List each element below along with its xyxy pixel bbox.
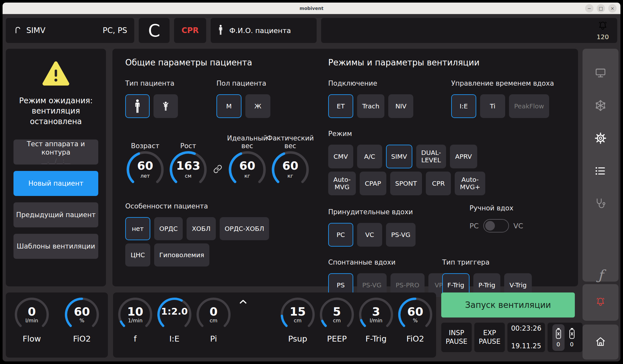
i-e-dial[interactable]: 1:2.0I:E [155,296,193,358]
stethoscope-icon[interactable] [594,198,607,210]
insp-time-peakflow-button[interactable]: PeakFlow [509,94,549,118]
dial-label: Идеальный вес [227,132,268,150]
mode-spont-button[interactable]: SPONT [390,172,422,195]
dial-label: Фактический вес [267,132,314,150]
mode-simv-button[interactable]: SIMV [386,145,412,168]
mode-auto--mvg-button[interactable]: Auto- MVG [328,172,356,195]
peep-dial[interactable]: 5cmPEEP [318,296,356,358]
device-test-date: __.__/__:__ [41,157,70,165]
chevron-up-icon[interactable] [240,299,247,305]
child-patient-button[interactable] [154,94,178,118]
manual-breath-label: Ручной вдох [469,204,523,212]
trigger-type-label: Тип триггера [442,258,532,266]
monitor-icon[interactable] [594,67,607,79]
screen: mobivent −□× SIMV PC, PS C CPR Ф.И.О. па… [0,0,623,364]
sex-м-button[interactable]: М [216,94,241,118]
insp-pause-button[interactable]: INSP PAUSE [441,323,472,352]
vent-templates-button[interactable]: Шаблоны вентиляции [13,234,98,259]
dial-value: 60 [64,306,100,317]
close-button[interactable]: × [608,4,617,13]
monitor-dials-panel: 0l/minFlow 60%FiO2 [6,292,108,358]
dial-value: 60 [270,160,310,172]
alarm-bell-icon [597,20,608,32]
gear-icon[interactable] [594,132,607,144]
f-trig-dial[interactable]: 3l/minF-Trig [357,296,395,358]
spontaneous-breaths-label: Спонтанные вдохи [328,258,453,266]
mandatory-pc-button[interactable]: PC [328,223,353,247]
psup-dial[interactable]: 15cmPsup [279,296,317,358]
list-icon[interactable] [594,165,607,177]
dial-label: PEEP [327,334,347,343]
фактический-вес-dial[interactable]: Фактический вес60кг [270,132,310,190]
mandatory-vc-button[interactable]: VC [357,223,382,247]
mode-auto--mvg+-button[interactable]: Auto- MVG+ [455,172,485,195]
exp-pause-button[interactable]: EXP PAUSE [474,323,505,352]
patient-features-label: Особенности пациента [125,202,318,210]
maximize-button[interactable]: □ [597,4,605,13]
mode-a/c-button[interactable]: A/C [357,145,382,168]
feature-нет-button[interactable]: нет [125,217,150,240]
feature-ордс-button[interactable]: ОРДС [154,217,183,240]
manual-breath-toggle[interactable] [483,219,509,233]
insp-time-i:e-button[interactable]: I:E [451,94,476,118]
идеальный-вес-dial[interactable]: Идеальный вес60кг [227,132,267,190]
patient-name-box[interactable]: Ф.И.О. пациента [211,18,317,43]
feature-гиповолемия-button[interactable]: Гиповолемия [154,243,209,267]
link-icon[interactable] [213,165,222,175]
dial-label: FiO2 [73,334,91,343]
возраст-dial[interactable]: Возраст60лет [125,132,165,190]
flow-dial[interactable]: 0l/minFlow [11,296,53,358]
alarm-settings-button[interactable] [583,284,619,321]
dial-label: Pi [210,334,217,343]
feature-ордс-хобл-button[interactable]: ОРДС-ХОБЛ [220,217,269,240]
patient-dials-row: Возраст60лет Рост163см Идеальный вес60кг… [125,132,318,190]
function-icon[interactable]: ƒ [598,269,603,282]
cpr-button[interactable]: CPR [174,18,206,43]
dial-value: 60 [397,306,434,317]
adult-patient-button[interactable] [125,94,150,118]
mode-dual--level-button[interactable]: DUAL- LEVEL [416,145,446,168]
fio2-dial[interactable]: 60%FiO2 [396,296,434,358]
dial-value: 15 [279,306,316,317]
battery-indicator: 0 [552,324,565,351]
fio2-dial[interactable]: 60%FiO2 [61,296,103,358]
insp-time-ti-button[interactable]: Ti [480,94,505,118]
sex-ж-button[interactable]: Ж [245,94,270,118]
mode-cpap-button[interactable]: CPAP [360,172,386,195]
insp-time-label: Управление временем вдоха [451,80,554,87]
f-dial[interactable]: 101/minf [116,296,154,358]
mode-cmv-button[interactable]: CMV [328,145,353,168]
mode-aprv-button[interactable]: APRV [450,145,477,168]
dial-unit: 1/min [117,317,154,324]
vent-mode-box[interactable]: SIMV PC, PS [6,18,134,43]
manual-pc-label: PC [469,222,479,230]
feature-хобл-button[interactable]: ХОБЛ [187,217,215,240]
dial-unit: кг [227,173,267,179]
new-patient-button[interactable]: Новый пациент [13,171,98,196]
alarm-bell-red-icon [595,296,606,309]
feature-цнс-button[interactable]: ЦНС [125,243,150,267]
рост-dial[interactable]: Рост163см [168,132,208,190]
alarm-status-box[interactable]: 120 [321,18,617,43]
dial-label: Возраст [131,132,159,150]
device-test-button[interactable]: Тест аппарата и контура __.__/__:__ [13,140,98,165]
dial-value: 3 [358,306,394,317]
mandatory-ps-vg-button[interactable]: PS-VG [386,223,416,247]
start-ventilation-button[interactable]: Запуск вентиляции [441,292,575,317]
pi-dial[interactable]: 0cmPi [195,296,233,358]
patient-icon [217,24,224,37]
connection-trach-button[interactable]: Trach [357,94,384,118]
dial-label: Flow [22,334,41,343]
home-button[interactable] [583,325,619,360]
settings-panel: Общие параметры пациента Тип пациента По… [112,49,578,286]
previous-patient-button[interactable]: Предыдущий пациент [13,202,98,227]
minimize-button[interactable]: − [585,4,593,13]
patient-parameters-section: Общие параметры пациента Тип пациента По… [125,58,318,267]
snowflake-icon[interactable] [594,99,607,112]
connection-niv-button[interactable]: NIV [388,94,413,118]
connection-et-button[interactable]: ET [328,94,353,118]
window-titlebar: mobivent −□× [3,3,620,14]
trigger-type-group: Тип триггера F-TrigP-TrigV-Trig [442,258,532,297]
mandatory-breaths-label: Принудительные вдохи [328,208,416,216]
mode-cpr-button[interactable]: CPR [426,172,451,195]
